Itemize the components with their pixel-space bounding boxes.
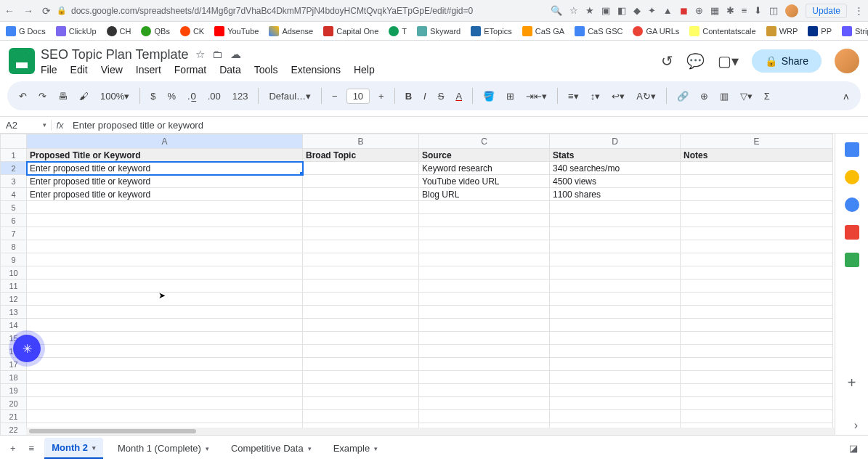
cell[interactable] xyxy=(27,280,303,293)
history-icon[interactable]: ↺ xyxy=(661,52,673,70)
cell[interactable] xyxy=(303,332,419,345)
name-box[interactable]: A2 xyxy=(0,120,51,131)
translate-icon[interactable]: ☆ xyxy=(569,5,578,16)
cell[interactable] xyxy=(681,397,833,410)
merge-button[interactable]: ⇥⇤▾ xyxy=(523,88,550,105)
menu-format[interactable]: Format xyxy=(174,64,206,76)
cell[interactable] xyxy=(419,266,550,280)
ext4-icon[interactable]: ▲ xyxy=(663,5,673,16)
cell[interactable] xyxy=(681,345,833,358)
cell[interactable] xyxy=(303,384,419,397)
update-button[interactable]: Update xyxy=(806,4,847,18)
maps-icon[interactable] xyxy=(845,253,859,267)
spreadsheet-grid[interactable]: ABCDE1Proposed Title or KeywordBroad Top… xyxy=(0,134,835,435)
bookmark-item[interactable]: Skyward xyxy=(417,26,461,36)
side-collapse-icon[interactable]: › xyxy=(854,419,858,432)
move-icon[interactable]: 🗀 xyxy=(212,48,223,61)
cell[interactable] xyxy=(27,266,303,280)
cell[interactable]: Enter proposed title or keyword xyxy=(27,162,303,175)
row-header[interactable]: 7 xyxy=(1,227,27,240)
bookmark-item[interactable]: QBs xyxy=(141,26,169,36)
cell[interactable] xyxy=(550,306,681,319)
menu-icon[interactable]: ⋮ xyxy=(854,5,864,16)
redo-button[interactable]: ↷ xyxy=(36,88,49,105)
bold-button[interactable]: B xyxy=(402,88,415,105)
cell[interactable] xyxy=(27,371,303,384)
row-header[interactable]: 2 xyxy=(1,162,27,175)
bookmark-item[interactable]: CK xyxy=(180,26,204,36)
bookmark-item[interactable]: T xyxy=(389,26,407,36)
menu-edit[interactable]: Edit xyxy=(70,64,88,76)
functions-button[interactable]: Σ xyxy=(761,88,773,105)
loom-fab-button[interactable]: ✳ xyxy=(13,335,41,362)
row-header[interactable]: 20 xyxy=(1,397,27,410)
bookmark-item[interactable]: ClickUp xyxy=(56,26,97,36)
horizontal-scrollbar[interactable] xyxy=(26,428,835,435)
zoom-select[interactable]: 100% ▾ xyxy=(97,88,132,105)
cell[interactable] xyxy=(681,306,833,319)
cell[interactable] xyxy=(303,227,419,240)
cell[interactable] xyxy=(419,240,550,253)
cell[interactable] xyxy=(681,293,833,306)
address-bar[interactable]: 🔒 docs.google.com/spreadsheets/d/14Mg6gr… xyxy=(57,6,545,16)
row-header[interactable]: 14 xyxy=(1,319,27,332)
cell[interactable] xyxy=(681,371,833,384)
bookmark-item[interactable]: YouTube xyxy=(214,26,259,36)
cast-icon[interactable]: ▣ xyxy=(601,5,610,16)
cell[interactable] xyxy=(681,227,833,240)
row-header[interactable]: 18 xyxy=(1,371,27,384)
profile-avatar-icon[interactable] xyxy=(785,4,798,17)
cell[interactable] xyxy=(419,253,550,266)
cell[interactable] xyxy=(550,332,681,345)
chevron-down-icon[interactable]: ▾ xyxy=(374,445,378,452)
header-cell[interactable]: Stats xyxy=(550,149,681,162)
header-cell[interactable]: Notes xyxy=(681,149,833,162)
ext2-icon[interactable]: ◆ xyxy=(633,5,641,16)
column-header[interactable]: D xyxy=(550,134,681,149)
text-color-button[interactable]: A xyxy=(453,88,465,105)
select-all-corner[interactable] xyxy=(1,134,27,149)
cell[interactable] xyxy=(303,266,419,280)
bookmark-item[interactable]: CH xyxy=(107,26,131,36)
cell[interactable] xyxy=(303,280,419,293)
row-header[interactable]: 9 xyxy=(1,253,27,266)
sheet-tab[interactable]: Competitive Data▾ xyxy=(224,438,319,458)
cell[interactable] xyxy=(303,345,419,358)
add-addon-icon[interactable]: + xyxy=(848,375,856,391)
bookmark-item[interactable]: PP xyxy=(808,26,832,36)
font-size-input[interactable]: 10 xyxy=(346,89,370,104)
explore-button[interactable]: ◪ xyxy=(846,440,861,457)
cell[interactable] xyxy=(419,397,550,410)
cell[interactable] xyxy=(27,253,303,266)
comment-button[interactable]: ⊕ xyxy=(697,88,711,105)
cell[interactable] xyxy=(27,293,303,306)
cell[interactable] xyxy=(27,201,303,214)
header-cell[interactable]: Proposed Title or Keyword xyxy=(27,149,303,162)
cell[interactable] xyxy=(550,280,681,293)
bookmark-item[interactable]: CaS GSC xyxy=(575,26,622,36)
cell[interactable] xyxy=(27,410,303,423)
bookmark-item[interactable]: G Docs xyxy=(6,26,46,36)
row-header[interactable]: 22 xyxy=(1,423,27,436)
chevron-down-icon[interactable]: ▾ xyxy=(92,444,96,452)
formula-input[interactable]: Enter proposed title or keyword xyxy=(68,120,203,131)
cell[interactable] xyxy=(550,384,681,397)
cell[interactable] xyxy=(681,384,833,397)
row-header[interactable]: 21 xyxy=(1,410,27,423)
cell[interactable] xyxy=(419,384,550,397)
rotate-button[interactable]: A↻▾ xyxy=(633,88,659,105)
cell[interactable] xyxy=(27,227,303,240)
cell[interactable] xyxy=(27,240,303,253)
tasks-icon[interactable] xyxy=(845,197,859,212)
link-button[interactable]: 🔗 xyxy=(674,88,691,105)
cell[interactable] xyxy=(550,266,681,280)
cell[interactable] xyxy=(550,410,681,423)
cell[interactable] xyxy=(550,371,681,384)
column-header[interactable]: E xyxy=(681,134,833,149)
star-icon[interactable]: ☆ xyxy=(195,48,205,61)
print-button[interactable]: 🖶 xyxy=(55,88,70,105)
cell[interactable] xyxy=(550,240,681,253)
strike-button[interactable]: S xyxy=(435,88,447,105)
sheet-tab[interactable]: Month 1 (Complete)▾ xyxy=(110,438,216,458)
borders-button[interactable]: ⊞ xyxy=(503,88,517,105)
